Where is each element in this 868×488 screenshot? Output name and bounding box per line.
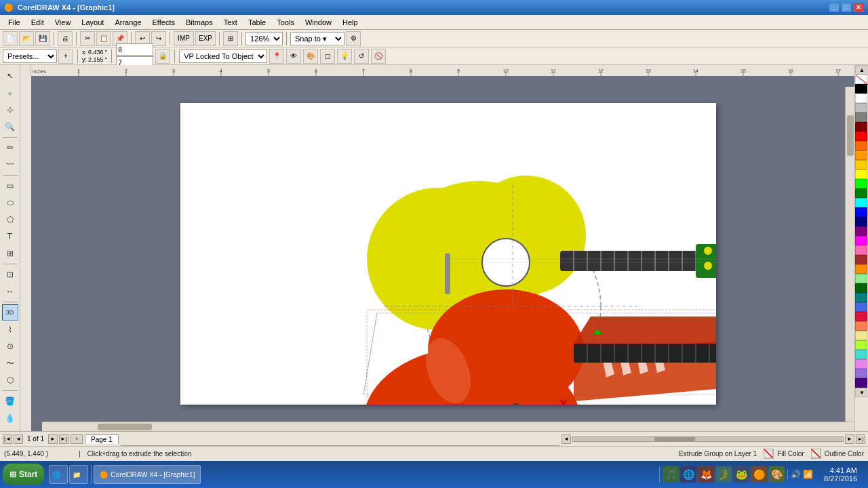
- tool-extrude[interactable]: 3D: [2, 304, 18, 321]
- color-darkred[interactable]: [855, 122, 867, 131]
- menu-window[interactable]: Window: [300, 17, 337, 28]
- h-scroll-thumb[interactable]: [654, 437, 695, 441]
- tool-connector[interactable]: ↔: [2, 283, 18, 300]
- menu-bitmaps[interactable]: Bitmaps: [180, 17, 218, 28]
- tray-icon-5[interactable]: 🐸: [733, 466, 749, 483]
- tool-ellipse[interactable]: ⬭: [2, 195, 18, 211]
- tool-zoom[interactable]: 🔍: [2, 119, 18, 135]
- color-indigo[interactable]: [855, 378, 867, 388]
- import-button[interactable]: IMP: [174, 31, 194, 46]
- page-prev-button[interactable]: ◄: [14, 434, 23, 444]
- palette-scroll-down[interactable]: ▼: [855, 388, 868, 397]
- tray-icon-3[interactable]: 🦊: [698, 466, 714, 483]
- tool-blend[interactable]: ⌇: [2, 321, 18, 338]
- color-magenta[interactable]: [855, 236, 867, 245]
- vp-lock-button[interactable]: 📍: [269, 49, 284, 64]
- add-preset-button[interactable]: +: [58, 49, 73, 64]
- menu-tools[interactable]: Tools: [271, 17, 300, 28]
- menu-effects[interactable]: Effects: [147, 17, 180, 28]
- color-darkgreen[interactable]: [855, 283, 867, 293]
- scroll-thumb-horizontal[interactable]: [98, 424, 152, 430]
- color-chartreuse[interactable]: [855, 340, 867, 350]
- color-mediumpurple[interactable]: [855, 369, 867, 378]
- zoom-select[interactable]: 126% 100% 75% 50%: [245, 32, 283, 45]
- color-lightgray[interactable]: [855, 103, 867, 113]
- menu-arrange[interactable]: Arrange: [109, 17, 146, 28]
- tray-icon-1[interactable]: 🎵: [663, 466, 679, 483]
- page-tab-1[interactable]: Page 1: [85, 434, 119, 444]
- color-lightgreen[interactable]: [855, 274, 867, 283]
- tray-icon-2[interactable]: 🌐: [680, 466, 696, 483]
- presets-select[interactable]: Presets...: [3, 49, 57, 63]
- lock-ratio-button[interactable]: 🔒: [155, 49, 170, 64]
- color-hotpink[interactable]: [855, 245, 867, 255]
- tool-table[interactable]: ⊞: [2, 245, 18, 262]
- system-clock[interactable]: 4:41 AM 8/27/2016: [818, 466, 863, 483]
- tool-contour[interactable]: ⊙: [2, 338, 18, 354]
- horizontal-scroll[interactable]: [572, 436, 844, 442]
- color-brown[interactable]: [855, 255, 867, 264]
- tool-freehand[interactable]: ✏: [2, 140, 18, 156]
- tool-envelope[interactable]: ⬡: [2, 372, 18, 388]
- maximize-button[interactable]: □: [841, 3, 852, 12]
- scroll-thumb-vertical[interactable]: [847, 115, 854, 156]
- lighting-button[interactable]: 💡: [337, 49, 352, 64]
- color-khaki[interactable]: [855, 331, 867, 340]
- open-button[interactable]: 📂: [19, 31, 34, 46]
- color-lime[interactable]: [855, 179, 867, 188]
- tool-eyedrop[interactable]: 💧: [2, 410, 18, 426]
- view-mode-button[interactable]: ⊞: [223, 31, 238, 46]
- scroll-canvas-right[interactable]: ►: [845, 434, 854, 444]
- color-cyan[interactable]: [855, 198, 867, 207]
- color-yellow[interactable]: [855, 169, 867, 179]
- menu-text[interactable]: Text: [218, 17, 243, 28]
- page-last-button[interactable]: ►|: [59, 434, 68, 444]
- tool-parallel[interactable]: ⊡: [2, 266, 18, 283]
- color-black[interactable]: [855, 84, 867, 94]
- close-button[interactable]: ✕: [853, 3, 864, 12]
- taskbar-ie[interactable]: 🌐: [49, 465, 68, 484]
- start-button[interactable]: ⊞ Start: [3, 464, 44, 485]
- color-purple[interactable]: [855, 226, 867, 236]
- tray-icon-6[interactable]: 🟠: [751, 466, 767, 483]
- tool-crop[interactable]: ⊹: [2, 102, 18, 118]
- vp-visible-button[interactable]: 👁: [286, 49, 301, 64]
- volume-icon[interactable]: 🔊: [791, 470, 801, 479]
- vp-select[interactable]: VP Locked To Object: [179, 49, 267, 63]
- color-violet[interactable]: [855, 359, 867, 369]
- snap-select[interactable]: Snap to ▾: [290, 32, 344, 45]
- menu-file[interactable]: File: [3, 17, 26, 28]
- menu-edit[interactable]: Edit: [26, 17, 50, 28]
- color-turquoise[interactable]: [855, 350, 867, 359]
- menu-table[interactable]: Table: [243, 17, 271, 28]
- tool-text[interactable]: T: [2, 228, 18, 245]
- save-button[interactable]: 💾: [35, 31, 50, 46]
- print-button[interactable]: 🖨: [58, 31, 73, 46]
- new-button[interactable]: 📄: [3, 31, 18, 46]
- cut-button[interactable]: ✂: [80, 31, 95, 46]
- scroll-canvas-end[interactable]: ►|: [856, 434, 865, 444]
- color-royalblue[interactable]: [855, 302, 867, 312]
- color-teal[interactable]: [855, 293, 867, 302]
- menu-layout[interactable]: Layout: [76, 17, 109, 28]
- tray-icon-4[interactable]: 🐊: [715, 466, 732, 483]
- page-next-button[interactable]: ►: [48, 434, 58, 444]
- minimize-button[interactable]: _: [829, 3, 840, 12]
- export-button[interactable]: EXP: [195, 31, 216, 46]
- snap-settings-button[interactable]: ⚙: [346, 31, 361, 46]
- extrude-color-button[interactable]: 🎨: [303, 49, 318, 64]
- clear-extrude-button[interactable]: 🚫: [371, 49, 386, 64]
- redo-button[interactable]: ↪: [151, 31, 166, 46]
- color-crimson[interactable]: [855, 312, 867, 321]
- tool-fill[interactable]: 🪣: [2, 393, 18, 409]
- color-coral[interactable]: [855, 321, 867, 331]
- color-red[interactable]: [855, 131, 867, 141]
- menu-view[interactable]: View: [50, 17, 77, 28]
- scroll-canvas-left[interactable]: ◄: [561, 434, 571, 444]
- color-blue[interactable]: [855, 207, 867, 217]
- menu-help[interactable]: Help: [337, 17, 363, 28]
- taskbar-explorer[interactable]: 📁: [69, 465, 88, 484]
- tool-shape[interactable]: ⬦: [2, 85, 18, 101]
- tool-rectangle[interactable]: ▭: [2, 178, 18, 194]
- tool-pick[interactable]: ↖: [2, 68, 18, 84]
